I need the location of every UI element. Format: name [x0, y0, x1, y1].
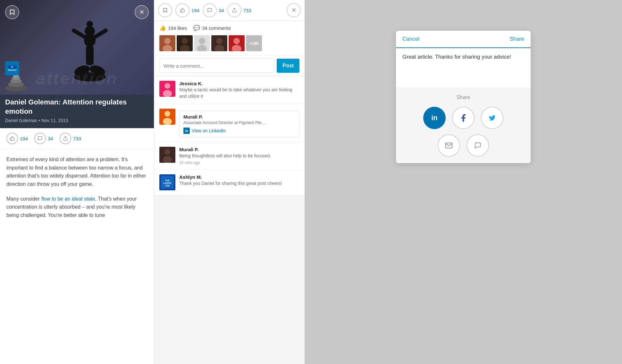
- comments-list: Jessica K. Maybe a tactic would be to ta…: [154, 76, 305, 364]
- svg-point-1: [85, 26, 95, 36]
- toolbar-comments-count: 34: [219, 8, 224, 13]
- likes-stat-button[interactable]: 194: [6, 133, 28, 144]
- toolbar-shares-count: 733: [243, 8, 251, 13]
- comment-murali-card: Murali P. Associate Account Director at …: [154, 104, 305, 142]
- brand-badge: in fluencer: [5, 61, 19, 75]
- svg-point-31: [163, 90, 172, 97]
- share-buttons-section: Share in: [396, 88, 531, 163]
- avatars-row: +189: [159, 35, 299, 51]
- toolbar-bookmark-button[interactable]: [158, 3, 172, 17]
- hero-watermark: attention: [0, 69, 154, 88]
- linkedin-share-button[interactable]: in: [423, 107, 446, 129]
- message-share-button[interactable]: [467, 134, 489, 157]
- comment-text-jessica: Maybe a tactic would be to take whatever…: [179, 87, 299, 99]
- avatar-4: [211, 35, 227, 51]
- comment-author-murali: Murali P.: [179, 147, 299, 152]
- right-panel: Cancel Share Share in: [305, 0, 622, 364]
- comment-content-ashlyn: Ashlyn M. Thank you Daniel for sharing t…: [179, 174, 299, 190]
- comment-input[interactable]: [159, 59, 274, 73]
- svg-point-21: [199, 38, 205, 44]
- avatar-murali-card: [159, 109, 175, 125]
- likes-section: 👍 194 likes 💬 34 comments: [154, 21, 305, 55]
- avatar-1: [159, 35, 175, 51]
- svg-point-4: [87, 21, 93, 27]
- article-body: Extremes of every kind of attention are …: [0, 149, 154, 364]
- linkedin-card: Murali P. Associate Account Director at …: [179, 111, 299, 137]
- article-title-block: Daniel Goleman: Attention regulates emot…: [0, 95, 154, 128]
- linkedin-icon: in: [183, 128, 190, 134]
- comment-jessica: Jessica K. Maybe a tactic would be to ta…: [154, 76, 305, 104]
- article-date: Nov 11, 2013: [41, 118, 68, 123]
- email-share-button[interactable]: [438, 134, 460, 157]
- svg-point-33: [164, 111, 170, 117]
- avatar-murali: [159, 147, 175, 163]
- linkedin-view-link[interactable]: in View on LinkedIn: [183, 128, 295, 134]
- svg-text:THE: THE: [165, 179, 170, 182]
- comment-ashlyn: THE LADDIE TEN Ashlyn M. Thank you Danie…: [154, 170, 305, 195]
- avatar-more-count: +189: [246, 35, 262, 51]
- toolbar-share-icon: [227, 3, 241, 17]
- facebook-share-button[interactable]: [452, 107, 475, 129]
- likes-label: 👍 194 likes: [159, 25, 187, 31]
- post-button[interactable]: Post: [277, 59, 299, 73]
- svg-point-27: [233, 38, 240, 44]
- avatar-jessica: [159, 81, 175, 97]
- avatar-ashlyn: THE LADDIE TEN: [159, 174, 175, 190]
- avatar-2: [177, 35, 193, 51]
- svg-point-24: [216, 38, 223, 44]
- svg-text:LADDIE: LADDIE: [163, 182, 172, 184]
- shares-stat-button[interactable]: 733: [60, 133, 81, 144]
- svg-point-30: [164, 83, 170, 89]
- article-body-p2: Many consider flow to be an ideal state.…: [6, 195, 147, 219]
- cancel-button[interactable]: Cancel: [402, 36, 419, 42]
- shares-count: 733: [73, 136, 81, 141]
- left-panel: attention ✕ in fluencer Daniel Goleman: …: [0, 0, 154, 364]
- svg-point-36: [164, 149, 170, 155]
- comment-input-row: Post: [154, 55, 305, 76]
- bubble-icon: 💬: [193, 25, 200, 31]
- svg-point-18: [181, 38, 188, 44]
- comments-count: 34: [48, 136, 53, 141]
- toolbar-likes-count: 194: [191, 8, 199, 13]
- flow-link[interactable]: flow to be an ideal state: [41, 196, 95, 202]
- toolbar-close-button[interactable]: ✕: [287, 3, 301, 17]
- comment-time-murali: 15 mins ago: [179, 161, 299, 165]
- toolbar-comments[interactable]: 34: [203, 3, 224, 17]
- share-modal: Cancel Share Share in: [396, 31, 531, 163]
- comments-label: 💬 34 comments: [193, 25, 231, 31]
- comment-murali: Murali P. Being thoughtless will also he…: [154, 142, 305, 170]
- article-meta: Daniel Goleman • Nov 11, 2013: [5, 118, 149, 123]
- thumb-icon: 👍: [159, 25, 166, 31]
- comment-text-murali: Being thoughtless will also help to be f…: [179, 153, 299, 159]
- share-icons-row-1: in: [402, 107, 524, 129]
- share-button[interactable]: Share: [510, 36, 524, 42]
- share-textarea[interactable]: [396, 48, 531, 87]
- comments-stat-button[interactable]: 34: [34, 133, 53, 144]
- comment-content-jessica: Jessica K. Maybe a tactic would be to ta…: [179, 81, 299, 99]
- likes-count: 194: [20, 136, 28, 141]
- comment-author-ashlyn: Ashlyn M.: [179, 174, 299, 180]
- like-icon-circle: [6, 133, 18, 144]
- comment-author-jessica: Jessica K.: [179, 81, 299, 86]
- comment-text-ashlyn: Thank you Daniel for sharing this great …: [179, 180, 299, 187]
- close-hero-button[interactable]: ✕: [135, 5, 149, 19]
- article-stats-row: 194 34 733: [0, 128, 154, 149]
- middle-toolbar: 194 34 733 ✕: [154, 0, 305, 21]
- article-author: Daniel Goleman: [5, 118, 37, 123]
- article-body-p1: Extremes of every kind of attention are …: [6, 155, 147, 188]
- article-title: Daniel Goleman: Attention regulates emot…: [5, 98, 149, 116]
- comment-content-murali-card: Murali P. Associate Account Director at …: [179, 109, 299, 137]
- share-modal-header: Cancel Share: [396, 31, 531, 48]
- share-section-label: Share: [402, 95, 524, 100]
- bookmark-button[interactable]: [5, 5, 19, 19]
- toolbar-like-icon: [175, 3, 189, 17]
- twitter-share-button[interactable]: [481, 107, 503, 129]
- comment-icon-circle: [34, 133, 46, 144]
- toolbar-comment-icon: [203, 3, 217, 17]
- toolbar-shares[interactable]: 733: [227, 3, 251, 17]
- avatar-5: [229, 35, 245, 51]
- linkedin-card-name: Murali P.: [183, 114, 295, 120]
- svg-text:TEN: TEN: [165, 185, 170, 187]
- toolbar-likes[interactable]: 194: [175, 3, 199, 17]
- share-icons-row-2: [402, 134, 524, 157]
